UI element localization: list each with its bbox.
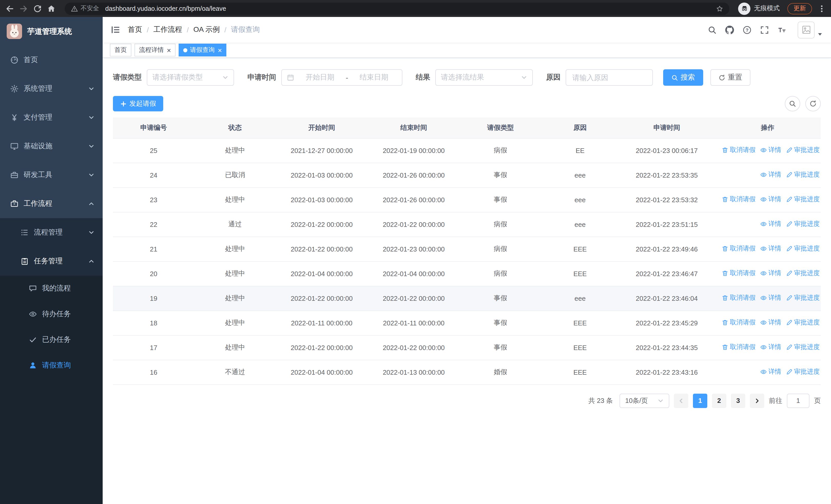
cell-apply-time: 2022-01-22 23:51:15 <box>619 212 715 237</box>
cell-start-time: 2022-01-22 00:00:00 <box>276 286 368 310</box>
page-button-2[interactable]: 2 <box>712 393 726 408</box>
eye-icon <box>760 368 767 375</box>
refresh-table-button[interactable] <box>805 96 821 111</box>
action-label: 取消请假 <box>730 294 755 302</box>
progress-link[interactable]: 审批进度 <box>786 146 820 154</box>
logo-avatar <box>7 24 22 39</box>
detail-link[interactable]: 详情 <box>760 343 781 352</box>
user-avatar[interactable] <box>798 21 823 38</box>
detail-link[interactable]: 详情 <box>760 294 781 302</box>
sidebar-item-12[interactable]: 请假查询 <box>0 353 103 378</box>
github-icon[interactable] <box>725 25 734 34</box>
next-page-button[interactable] <box>750 393 764 408</box>
sidebar-item-2[interactable]: 系统管理 <box>0 75 103 103</box>
tab-1[interactable]: 首页 <box>110 43 132 56</box>
create-leave-button[interactable]: 发起请假 <box>113 96 163 111</box>
address-bar[interactable]: 不安全 dashboard.yudao.iocoder.cn/bpm/oa/le… <box>65 2 729 14</box>
cancel-link[interactable]: 取消请假 <box>722 343 755 352</box>
app-logo[interactable]: 芋道管理系统 <box>0 17 103 46</box>
detail-link[interactable]: 详情 <box>760 146 781 154</box>
leave-type-select[interactable]: 请选择请假类型 <box>147 69 234 86</box>
create-leave-label: 发起请假 <box>130 99 156 108</box>
action-label: 审批进度 <box>794 170 820 179</box>
sidebar-item-7[interactable]: 流程管理 <box>0 218 103 247</box>
goto-page-input[interactable] <box>787 393 809 408</box>
reason-label: 原因 <box>546 73 561 82</box>
progress-link[interactable]: 审批进度 <box>786 343 820 352</box>
reason-inputbox <box>566 69 653 86</box>
sidebar-item-9[interactable]: 我的流程 <box>0 276 103 301</box>
progress-link[interactable]: 审批进度 <box>786 269 820 278</box>
progress-link[interactable]: 审批进度 <box>786 294 820 302</box>
breadcrumb-item[interactable]: 首页 <box>128 25 142 34</box>
sidebar-item-10[interactable]: 待办任务 <box>0 301 103 327</box>
sidebar-item-4[interactable]: 基础设施 <box>0 132 103 161</box>
font-size-icon[interactable] <box>778 25 786 34</box>
browser-reload-icon[interactable] <box>33 4 42 13</box>
tab-3[interactable]: 请假查询× <box>179 43 226 56</box>
cell-reason: eee <box>541 212 619 237</box>
page-button-1[interactable]: 1 <box>693 393 707 408</box>
detail-link[interactable]: 详情 <box>760 220 781 228</box>
update-button[interactable]: 更新 <box>787 3 812 14</box>
tab-2[interactable]: 流程详情× <box>135 43 175 56</box>
detail-link[interactable]: 详情 <box>760 367 781 376</box>
cancel-link[interactable]: 取消请假 <box>722 195 755 204</box>
sidebar-item-6[interactable]: 工作流程 <box>0 189 103 218</box>
sidebar-item-label: 流程管理 <box>34 228 83 237</box>
security-indicator[interactable]: 不安全 <box>71 4 99 13</box>
sidebar-item-3[interactable]: 支付管理 <box>0 103 103 132</box>
cancel-link[interactable]: 取消请假 <box>722 318 755 327</box>
detail-link[interactable]: 详情 <box>760 244 781 253</box>
breadcrumb-item[interactable]: OA 示例 <box>194 25 220 34</box>
progress-link[interactable]: 审批进度 <box>786 318 820 327</box>
detail-link[interactable]: 详情 <box>760 269 781 278</box>
cancel-link[interactable]: 取消请假 <box>722 269 755 278</box>
fullscreen-icon[interactable] <box>760 25 769 34</box>
cancel-link[interactable]: 取消请假 <box>722 244 755 253</box>
cancel-link[interactable]: 取消请假 <box>722 294 755 302</box>
close-tab-icon[interactable]: × <box>218 47 222 54</box>
progress-link[interactable]: 审批进度 <box>786 170 820 179</box>
progress-link[interactable]: 审批进度 <box>786 367 820 376</box>
browser-home-icon[interactable] <box>47 4 56 13</box>
close-tab-icon[interactable]: × <box>167 47 171 54</box>
action-label: 详情 <box>768 343 781 352</box>
search-button[interactable]: 搜索 <box>663 69 703 86</box>
sidebar-item-11[interactable]: 已办任务 <box>0 327 103 353</box>
column-header: 状态 <box>194 118 276 138</box>
toggle-search-button[interactable] <box>785 96 800 111</box>
cancel-link[interactable]: 取消请假 <box>722 146 755 154</box>
breadcrumb-item[interactable]: 工作流程 <box>153 25 182 34</box>
action-label: 审批进度 <box>794 318 820 327</box>
search-icon[interactable] <box>708 25 717 34</box>
detail-link[interactable]: 详情 <box>760 195 781 204</box>
warning-icon <box>71 5 78 12</box>
cell-end-time: 2022-01-04 00:00:00 <box>368 261 460 286</box>
detail-link[interactable]: 详情 <box>760 170 781 179</box>
progress-link[interactable]: 审批进度 <box>786 220 820 228</box>
page-button-3[interactable]: 3 <box>731 393 745 408</box>
reason-input[interactable] <box>572 73 646 82</box>
browser-menu-icon[interactable] <box>818 4 826 12</box>
sidebar-item-1[interactable]: 首页 <box>0 46 103 75</box>
sidebar-item-label: 系统管理 <box>24 84 83 93</box>
help-icon[interactable]: ? <box>743 25 751 34</box>
sidebar-item-5[interactable]: 研发工具 <box>0 161 103 189</box>
browser-back-icon[interactable] <box>5 4 15 13</box>
result-select[interactable]: 请选择流结果 <box>435 69 533 86</box>
table-row: 21处理中2022-01-22 00:00:002022-01-23 00:00… <box>113 237 821 261</box>
prev-page-button[interactable] <box>674 393 688 408</box>
sidebar-item-8[interactable]: 任务管理 <box>0 247 103 276</box>
url-text[interactable]: dashboard.yudao.iocoder.cn/bpm/oa/leave <box>105 5 713 12</box>
page-size-select[interactable]: 10条/页 <box>620 393 669 408</box>
apply-time-range-picker[interactable]: 开始日期 - 结束日期 <box>281 69 402 86</box>
bookmark-star-icon[interactable] <box>716 5 723 12</box>
sidebar-collapse-icon[interactable] <box>111 25 120 34</box>
reset-button[interactable]: 重置 <box>710 69 750 86</box>
progress-link[interactable]: 审批进度 <box>786 244 820 253</box>
cell-apply-time: 2022-01-22 23:53:32 <box>619 187 715 212</box>
progress-link[interactable]: 审批进度 <box>786 195 820 204</box>
detail-link[interactable]: 详情 <box>760 318 781 327</box>
browser-forward-icon[interactable] <box>19 4 28 13</box>
